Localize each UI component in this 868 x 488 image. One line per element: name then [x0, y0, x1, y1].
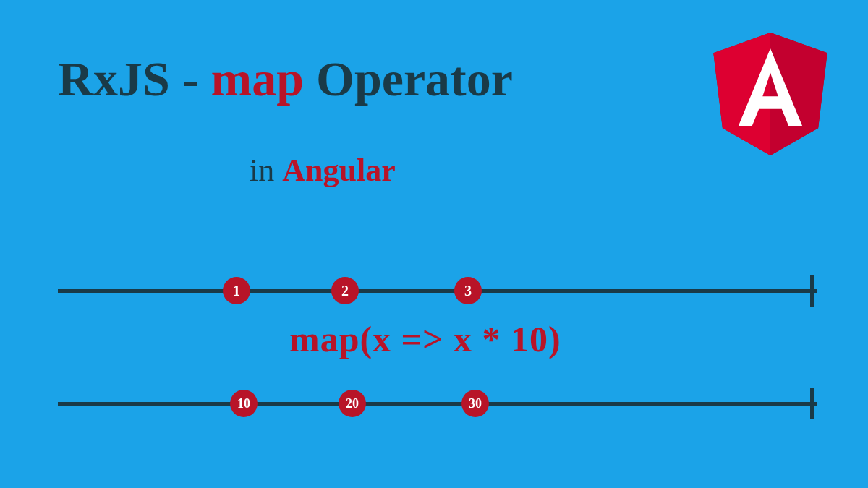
- output-marble: 10: [230, 390, 258, 417]
- subtitle: in Angular: [250, 152, 396, 189]
- title-suffix: Operator: [304, 51, 513, 106]
- input-timeline: 1 2 3: [58, 289, 817, 293]
- title-prefix: RxJS -: [58, 51, 211, 106]
- input-marble: 2: [331, 277, 359, 304]
- subtitle-prefix: in: [250, 153, 282, 188]
- angular-logo-icon: [712, 33, 828, 155]
- input-marble: 3: [454, 277, 482, 304]
- timeline-end-marker: [810, 275, 814, 307]
- output-marble: 20: [339, 390, 366, 417]
- title-operator: map: [211, 51, 304, 106]
- output-marble: 30: [461, 390, 489, 417]
- operator-expression: map(x => x * 10): [289, 318, 561, 360]
- input-marble: 1: [223, 277, 250, 304]
- timeline-end-marker: [810, 388, 814, 419]
- output-timeline: 10 20 30: [58, 402, 817, 406]
- main-title: RxJS - map Operator: [58, 51, 513, 108]
- subtitle-framework: Angular: [282, 153, 395, 188]
